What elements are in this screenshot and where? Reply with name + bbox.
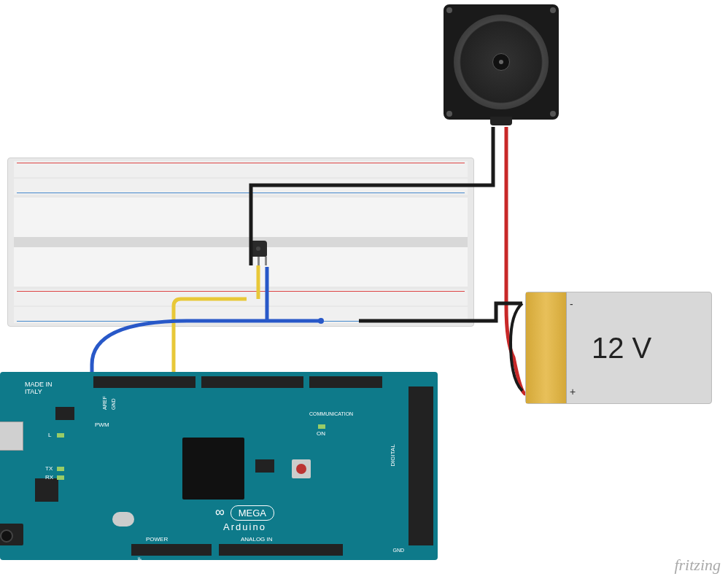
pin-label: AREF: [102, 396, 107, 410]
usb-port-icon: [0, 421, 23, 451]
header-digital-low: [201, 376, 303, 388]
header-communication: [309, 376, 382, 388]
icsp-header-2: [255, 459, 274, 473]
on-led-icon: [318, 424, 325, 429]
transistor: [248, 241, 268, 264]
infinity-logo-icon: ∞: [215, 505, 222, 520]
arduino-brand-text: Arduino: [223, 521, 266, 532]
mcu-chip-icon: [182, 438, 244, 500]
arduino-mega: MADE INITALY TX RX L ON PWM COMMUNICATIO…: [0, 372, 438, 560]
battery-terminal-plus: +: [570, 386, 576, 397]
made-in-label: MADE INITALY: [25, 381, 53, 395]
battery-terminal-minus: -: [570, 298, 573, 310]
header-analog: [219, 544, 343, 556]
fritzing-watermark: fritzing: [674, 556, 721, 575]
regulator-icon: [35, 478, 58, 502]
rx-led-icon: [57, 475, 64, 480]
speaker-cone: [454, 15, 549, 109]
gnd-label: GND: [392, 548, 404, 553]
barrel-jack-icon: [0, 524, 23, 545]
breadboard-rail-bot-neg: [14, 307, 468, 323]
transistor-body: [249, 241, 267, 257]
comm-label: COMMUNICATION: [309, 411, 353, 416]
speaker-screw-icon: [446, 111, 452, 117]
icsp-header-1: [55, 407, 74, 420]
l-led-icon: [57, 433, 64, 438]
analog-label: ANALOG IN: [241, 536, 273, 543]
breadboard-main: [14, 198, 468, 287]
l-label: L: [48, 432, 51, 438]
speaker: [444, 4, 559, 120]
transistor-collector-leg: [265, 257, 267, 265]
battery-12v: - + 12 V: [525, 292, 712, 404]
digital-label: DIGITAL: [390, 444, 396, 467]
transistor-base-leg: [257, 257, 260, 265]
pin-label: IOREF: [137, 557, 142, 572]
reset-button[interactable]: [292, 459, 311, 478]
speaker-screw-icon: [446, 7, 452, 13]
speaker-screw-icon: [550, 7, 556, 13]
tx-led-icon: [57, 467, 64, 471]
pin-label: GND: [111, 398, 116, 410]
transistor-emitter-leg: [249, 257, 252, 265]
breadboard-rail-bot-pos: [14, 290, 468, 306]
breadboard-rail-top-neg: [14, 179, 468, 195]
rx-label: RX: [45, 474, 53, 481]
tx-label: TX: [45, 465, 53, 472]
crystal-icon: [112, 512, 134, 526]
mega-badge: MEGA: [231, 505, 274, 521]
wire-red-speaker-to-batt: [506, 127, 525, 394]
power-label: POWER: [146, 536, 168, 543]
speaker-center: [492, 53, 510, 71]
header-power: [131, 544, 212, 556]
speaker-screw-icon: [550, 111, 556, 117]
pwm-label: PWM: [95, 421, 109, 428]
speaker-terminal-tab: [490, 117, 512, 125]
header-digital-high: [93, 376, 195, 388]
breadboard: [7, 158, 474, 327]
header-digital-right: [408, 386, 433, 545]
battery-foil: [526, 292, 567, 403]
on-label: ON: [317, 430, 325, 437]
fritzing-canvas: - + 12 V MADE INITALY TX RX L ON PWM COM…: [0, 0, 728, 579]
battery-voltage-label: 12 V: [592, 332, 651, 365]
breadboard-rail-top-pos: [14, 161, 468, 177]
arduino-logo: ∞ MEGA Arduino: [215, 505, 274, 532]
